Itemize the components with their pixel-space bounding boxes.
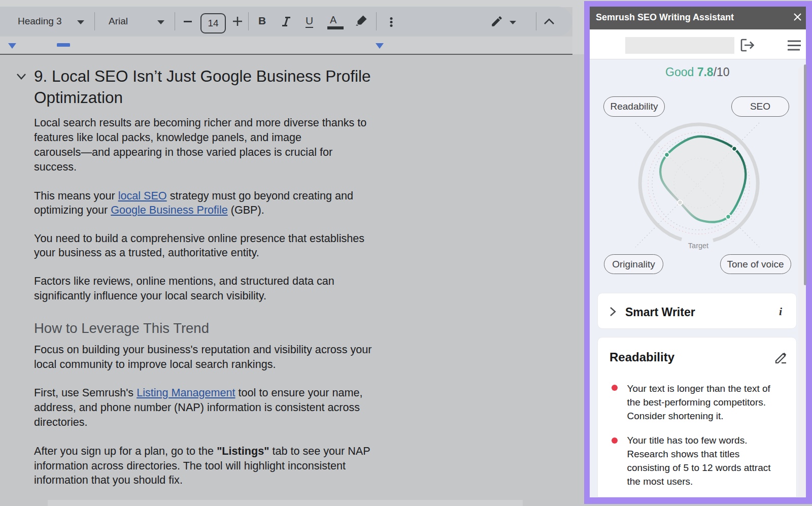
svg-text:Target: Target (688, 242, 708, 250)
